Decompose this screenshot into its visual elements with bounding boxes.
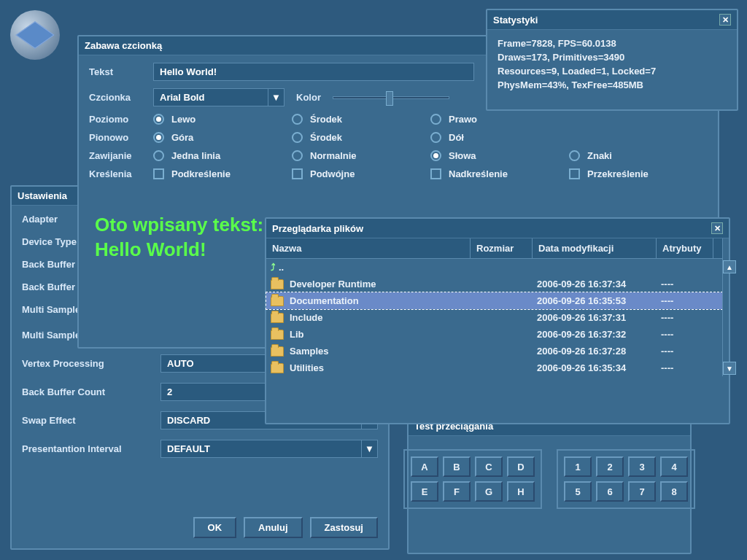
scroll-down-icon[interactable]: ▼: [723, 362, 736, 375]
number-cell[interactable]: 5: [564, 481, 592, 502]
checkbox-option[interactable]: Przekreślenie: [569, 168, 708, 179]
file-name: Utilities: [290, 362, 324, 373]
letter-cell[interactable]: B: [443, 456, 471, 477]
ok-button[interactable]: OK: [193, 517, 237, 538]
radio-option[interactable]: Lewo: [153, 114, 292, 125]
font-title: Zabawa czcionką: [85, 40, 162, 51]
folder-icon: [271, 330, 284, 340]
col-name[interactable]: Nazwa: [266, 238, 471, 258]
vert-label: Pionowo: [89, 132, 153, 143]
chevron-down-icon[interactable]: ▼: [268, 89, 284, 106]
file-date: 2006-09-26 16:37:34: [537, 279, 661, 289]
radio-option[interactable]: Środek: [292, 132, 430, 143]
file-header: Nazwa Rozmiar Data modyfikacji Atrybuty: [266, 238, 722, 259]
number-cell[interactable]: 4: [660, 456, 688, 477]
text-input[interactable]: [153, 63, 474, 81]
settings-title: Ustawienia: [18, 190, 67, 201]
color-label: Kolor: [296, 92, 321, 103]
close-icon[interactable]: ✕: [719, 14, 731, 26]
radio-option[interactable]: Góra: [153, 132, 292, 143]
stats-line: Resources=9, Loaded=1, Locked=7: [498, 65, 727, 79]
color-slider[interactable]: [333, 96, 449, 99]
radio-icon[interactable]: [569, 150, 580, 161]
radio-icon[interactable]: [292, 132, 303, 143]
radio-option[interactable]: Znaki: [569, 150, 708, 161]
col-date[interactable]: Data modyfikacji: [533, 238, 657, 258]
letter-cell[interactable]: D: [507, 456, 535, 477]
option-label: Słowa: [449, 150, 476, 161]
letter-cell[interactable]: C: [475, 456, 503, 477]
drag-window: Test przeciągania ABCDEFGH 12345678: [407, 416, 692, 554]
file-row[interactable]: Utilities2006-09-26 16:35:34----: [266, 359, 722, 376]
file-row[interactable]: Lib2006-09-26 16:37:32----: [266, 326, 722, 343]
folder-icon: [271, 363, 284, 373]
file-row[interactable]: Developer Runtime2006-09-26 16:37:34----: [266, 276, 722, 292]
checkbox-icon[interactable]: [569, 168, 580, 179]
cancel-button[interactable]: Anuluj: [244, 517, 302, 538]
file-date: 2006-09-26 16:35:34: [537, 362, 661, 373]
font-label: Czcionka: [89, 92, 153, 103]
checkbox-icon[interactable]: [292, 168, 303, 179]
file-attr: ----: [661, 279, 718, 289]
radio-icon[interactable]: [292, 150, 303, 161]
number-cell[interactable]: 6: [596, 481, 624, 502]
browser-titlebar[interactable]: Przeglądarka plików ✕: [266, 219, 729, 238]
setting-label: Vertex Processing: [22, 358, 160, 369]
radio-option[interactable]: Normalnie: [292, 150, 430, 161]
number-cell[interactable]: 1: [564, 456, 592, 477]
file-attr: ----: [661, 295, 718, 306]
scroll-up-icon[interactable]: ▲: [723, 260, 736, 273]
radio-icon[interactable]: [153, 114, 164, 125]
letter-cell[interactable]: G: [475, 481, 503, 502]
option-label: Nadkreślenie: [449, 168, 508, 179]
stats-titlebar[interactable]: Statystyki ✕: [487, 10, 737, 30]
up-arrow-icon: ⤴: [271, 262, 276, 273]
number-cell[interactable]: 7: [628, 481, 656, 502]
radio-option[interactable]: Prawo: [430, 114, 569, 125]
checkbox-icon[interactable]: [430, 168, 441, 179]
radio-icon[interactable]: [292, 114, 303, 125]
close-icon[interactable]: ✕: [711, 222, 723, 234]
col-size[interactable]: Rozmiar: [471, 238, 533, 258]
letter-cell[interactable]: F: [443, 481, 471, 502]
radio-option[interactable]: Słowa: [430, 150, 569, 161]
checkbox-option[interactable]: Podkreślenie: [153, 168, 292, 179]
file-row[interactable]: Samples2006-09-26 16:37:28----: [266, 343, 722, 359]
radio-icon[interactable]: [430, 150, 441, 161]
setting-dropdown[interactable]: DEFAULT▼: [160, 440, 378, 458]
letter-cell[interactable]: H: [507, 481, 535, 502]
file-row[interactable]: Documentation2006-09-26 16:35:53----: [266, 292, 722, 309]
file-browser-window: Przeglądarka plików ✕ Nazwa Rozmiar Data…: [265, 217, 730, 424]
col-attr[interactable]: Atrybuty: [657, 238, 713, 258]
checkbox-icon[interactable]: [153, 168, 164, 179]
number-cell[interactable]: 8: [660, 481, 688, 502]
option-label: Góra: [171, 132, 193, 143]
radio-option[interactable]: Środek: [292, 114, 430, 125]
checkbox-option[interactable]: Nadkreślenie: [430, 168, 569, 179]
letter-cell[interactable]: A: [411, 456, 438, 477]
chevron-down-icon[interactable]: ▼: [361, 440, 377, 457]
option-label: Podwójne: [310, 168, 355, 179]
radio-icon[interactable]: [430, 132, 441, 143]
radio-icon[interactable]: [153, 150, 164, 161]
letter-cell[interactable]: E: [411, 481, 438, 502]
option-label: Znaki: [587, 150, 612, 161]
radio-icon[interactable]: [430, 114, 441, 125]
up-row[interactable]: ⤴ ..: [266, 259, 722, 276]
wrap-label: Zawijanie: [89, 150, 153, 161]
file-row[interactable]: Include2006-09-26 16:37:31----: [266, 309, 722, 326]
setting-row: Presentantion IntervalDEFAULT▼: [22, 440, 378, 458]
file-date: 2006-09-26 16:37:32: [537, 329, 661, 340]
number-cell[interactable]: 3: [628, 456, 656, 477]
radio-option[interactable]: Dół: [430, 132, 569, 143]
slider-thumb[interactable]: [386, 91, 393, 106]
number-cell[interactable]: 2: [596, 456, 624, 477]
apply-button[interactable]: Zastosuj: [310, 517, 378, 538]
file-date: 2006-09-26 16:37:28: [537, 346, 661, 357]
font-dropdown[interactable]: Arial Bold ▼: [153, 88, 285, 106]
checkbox-option[interactable]: Podwójne: [292, 168, 430, 179]
text-label: Tekst: [89, 66, 153, 77]
stats-line: PhysMem=43%, TexFree=485MB: [498, 79, 727, 93]
radio-icon[interactable]: [153, 132, 164, 143]
radio-option[interactable]: Jedna linia: [153, 150, 292, 161]
